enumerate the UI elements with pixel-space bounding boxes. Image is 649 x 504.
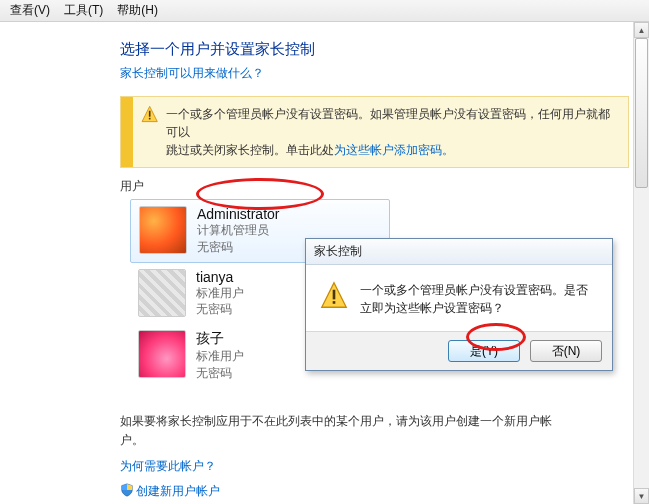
scroll-down-button[interactable]: ▼ xyxy=(634,488,649,504)
user-name: Administrator xyxy=(197,206,279,222)
user-name: 孩子 xyxy=(196,330,244,348)
create-account-link[interactable]: 创建新用户帐户 xyxy=(120,483,629,500)
menu-help[interactable]: 帮助(H) xyxy=(117,2,158,19)
shield-icon xyxy=(120,483,134,497)
avatar xyxy=(138,330,186,378)
add-password-link[interactable]: 为这些帐户添加密码。 xyxy=(334,143,454,157)
avatar xyxy=(139,206,187,254)
why-account-link[interactable]: 为何需要此帐户？ xyxy=(120,458,629,475)
svg-rect-4 xyxy=(333,290,336,300)
scroll-thumb[interactable] xyxy=(635,38,648,188)
warning-icon xyxy=(141,105,158,123)
svg-rect-2 xyxy=(149,118,151,120)
warning-banner: 一个或多个管理员帐户没有设置密码。如果管理员帐户没有设置密码，任何用户就都可以 … xyxy=(120,96,629,168)
warning-stripe xyxy=(121,97,133,167)
user-pw: 无密码 xyxy=(196,301,244,318)
svg-rect-5 xyxy=(333,301,336,304)
avatar xyxy=(138,269,186,317)
user-role: 计算机管理员 xyxy=(197,222,279,239)
no-button[interactable]: 否(N) xyxy=(530,340,602,362)
users-section-label: 用户 xyxy=(120,178,629,195)
scroll-track[interactable] xyxy=(634,38,649,488)
dialog-button-row: 是(Y) 否(N) xyxy=(306,331,612,370)
yes-button[interactable]: 是(Y) xyxy=(448,340,520,362)
parental-control-dialog: 家长控制 一个或多个管理员帐户没有设置密码。是否立即为这些帐户设置密码？ 是(Y… xyxy=(305,238,613,371)
user-role: 标准用户 xyxy=(196,285,244,302)
footer-text: 如果要将家长控制应用于不在此列表中的某个用户，请为该用户创建一个新用户帐户。 xyxy=(120,412,570,450)
user-pw: 无密码 xyxy=(196,365,244,382)
vertical-scrollbar[interactable]: ▲ ▼ xyxy=(633,22,649,504)
dialog-message: 一个或多个管理员帐户没有设置密码。是否立即为这些帐户设置密码？ xyxy=(360,281,598,317)
user-role: 标准用户 xyxy=(196,348,244,365)
svg-rect-1 xyxy=(149,111,151,117)
page-title: 选择一个用户并设置家长控制 xyxy=(120,40,629,59)
dialog-title: 家长控制 xyxy=(306,239,612,265)
user-pw: 无密码 xyxy=(197,239,279,256)
menu-view[interactable]: 查看(V) xyxy=(10,2,50,19)
what-is-link[interactable]: 家长控制可以用来做什么？ xyxy=(120,66,264,80)
menu-tools[interactable]: 工具(T) xyxy=(64,2,103,19)
scroll-up-button[interactable]: ▲ xyxy=(634,22,649,38)
menubar: 查看(V) 工具(T) 帮助(H) xyxy=(0,0,649,22)
warning-text: 一个或多个管理员帐户没有设置密码。如果管理员帐户没有设置密码，任何用户就都可以 … xyxy=(166,105,618,159)
sidebar xyxy=(0,22,110,504)
user-name: tianya xyxy=(196,269,244,285)
warning-icon xyxy=(320,281,348,309)
